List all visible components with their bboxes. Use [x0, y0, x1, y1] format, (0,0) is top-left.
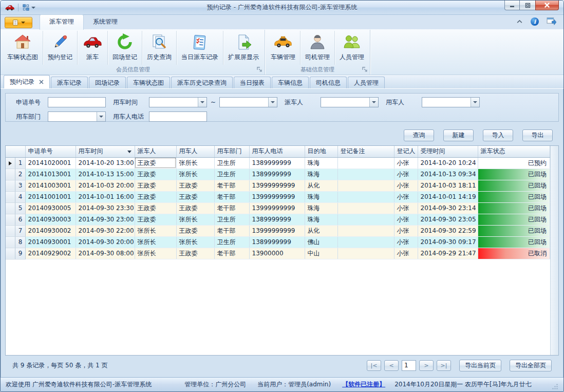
info-icon[interactable]: i: [531, 17, 539, 26]
quick-access-grid-icon[interactable]: [22, 4, 35, 11]
cell-order[interactable]: 20140930001: [25, 236, 76, 248]
cell-dispatcher[interactable]: 王政委: [135, 191, 176, 202]
cell-user[interactable]: 王政委: [176, 180, 214, 191]
cell-dept[interactable]: 老干部: [214, 225, 249, 236]
ribbon-button-red-car[interactable]: 派车: [78, 31, 108, 65]
row-indicator-cell[interactable]: [6, 214, 15, 225]
cell-order[interactable]: 20141013001: [25, 169, 76, 180]
doc-tab[interactable]: 车辆状态图: [127, 77, 170, 88]
dialog-launcher-icon[interactable]: [257, 67, 262, 72]
cell-accept_time[interactable]: 2014-10-13 09:34: [418, 169, 478, 180]
cell-use_time[interactable]: 2014-10-20 13:00: [76, 157, 135, 169]
cell-dispatcher[interactable]: 王政委: [135, 157, 176, 169]
row-indicator-cell[interactable]: [6, 225, 15, 236]
cell-phone[interactable]: 1389999999: [249, 236, 305, 248]
cell-status[interactable]: 已回场: [478, 180, 550, 191]
doc-tab[interactable]: 司机信息: [310, 77, 347, 88]
column-header-registrar[interactable]: 登记人: [394, 146, 418, 157]
ribbon-button-green-refresh[interactable]: 回场登记: [108, 31, 142, 65]
cell-use_time[interactable]: 2014-09-30 20:00: [76, 236, 135, 248]
column-header-dest[interactable]: 目的地: [305, 146, 337, 157]
row-indicator-cell[interactable]: [6, 191, 15, 202]
table-row[interactable]: 6201409300032014-09-30 23:00王政委张所长卫生所138…: [6, 214, 550, 225]
import-button[interactable]: 导入: [483, 129, 513, 141]
cell-dest[interactable]: 珠海: [305, 202, 337, 214]
cell-status[interactable]: 已回场: [478, 225, 550, 236]
dropdown-button[interactable]: [268, 98, 277, 107]
cell-remark[interactable]: [337, 157, 394, 169]
column-header-remark[interactable]: 登记备注: [337, 146, 394, 157]
cell-dispatcher[interactable]: 王政委: [135, 202, 176, 214]
collapse-ribbon-icon[interactable]: [516, 18, 523, 25]
app-menu-button[interactable]: [5, 17, 32, 28]
ribbon-tab[interactable]: 系统管理: [84, 15, 127, 29]
cell-phone[interactable]: 1389999999: [249, 157, 305, 169]
cell-dest[interactable]: 从化: [305, 225, 337, 236]
cell-remark[interactable]: [337, 225, 394, 236]
cell-dept[interactable]: 老干部: [214, 180, 249, 191]
row-number-cell[interactable]: 4: [15, 191, 25, 202]
cell-dispatcher[interactable]: 张所长: [135, 248, 176, 259]
cell-order[interactable]: 20140930003: [25, 214, 76, 225]
minimize-button[interactable]: [504, 1, 520, 10]
ribbon-button-clipboard-check[interactable]: 当日派车记录: [177, 31, 223, 65]
filter-combo[interactable]: [48, 111, 106, 122]
close-button[interactable]: [535, 1, 559, 10]
table-row[interactable]: 9201409290022014-09-30 08:00张所长王政委老干部139…: [6, 248, 550, 259]
cell-dept[interactable]: 卫生所: [214, 214, 249, 225]
cell-phone[interactable]: 1389999999: [249, 169, 305, 180]
row-indicator-cell[interactable]: [6, 248, 15, 259]
cell-remark[interactable]: [337, 248, 394, 259]
cell-dest[interactable]: 珠海: [305, 157, 337, 169]
last-page-button[interactable]: >|: [437, 360, 451, 371]
cell-phone[interactable]: 13999999999: [249, 180, 305, 191]
cell-use_time[interactable]: 2014-10-13 15:00: [76, 169, 135, 180]
column-header-status[interactable]: 派车状态: [478, 146, 550, 157]
table-row[interactable]: 8201409300012014-09-30 20:00张所长张所长卫生所138…: [6, 236, 550, 248]
ribbon-button-people[interactable]: 人员管理: [335, 31, 369, 65]
filter-combo[interactable]: [149, 97, 207, 107]
cell-registrar[interactable]: 小张: [394, 169, 418, 180]
cell-registrar[interactable]: 小张: [394, 157, 418, 169]
table-row[interactable]: 4201410010012014-10-01 16:00王政委王政委老干部139…: [6, 191, 550, 202]
row-number-cell[interactable]: 1: [15, 157, 25, 169]
cell-dispatcher[interactable]: 王政委: [135, 180, 176, 191]
cell-user[interactable]: 王政委: [176, 225, 214, 236]
row-number-cell[interactable]: 7: [15, 225, 25, 236]
row-indicator-cell[interactable]: [6, 180, 15, 191]
cell-remark[interactable]: [337, 180, 394, 191]
resize-grip-icon[interactable]: [552, 383, 558, 391]
cell-use_time[interactable]: 2014-10-01 16:00: [76, 191, 135, 202]
cell-order[interactable]: 20140929002: [25, 248, 76, 259]
row-indicator-cell[interactable]: [6, 157, 15, 169]
registered-link[interactable]: 【软件已注册】: [342, 380, 385, 389]
cell-phone[interactable]: 1389999999: [249, 214, 305, 225]
new-button[interactable]: 新建: [443, 129, 474, 141]
cell-status[interactable]: 已取消: [478, 248, 550, 259]
cell-use_time[interactable]: 2014-10-03 20:00: [76, 180, 135, 191]
cell-phone[interactable]: 13999999999: [249, 225, 305, 236]
cell-accept_time[interactable]: 2014-09-30 09:17: [418, 236, 478, 248]
cell-user[interactable]: 王政委: [176, 202, 214, 214]
cell-dest[interactable]: 从化: [305, 180, 337, 191]
cell-dest[interactable]: 珠海: [305, 169, 337, 180]
cell-status[interactable]: 已回场: [478, 169, 550, 180]
cell-dept[interactable]: 卫生所: [214, 236, 249, 248]
cell-registrar[interactable]: 小张: [394, 248, 418, 259]
column-header-user[interactable]: 用车人: [176, 146, 214, 157]
doc-tab[interactable]: 回场记录: [89, 77, 126, 88]
dialog-launcher-icon[interactable]: [362, 67, 368, 72]
cell-dispatcher[interactable]: 王政委: [135, 169, 176, 180]
filter-combo[interactable]: [219, 97, 277, 107]
cell-remark[interactable]: [337, 169, 394, 180]
cell-dispatcher[interactable]: 张所长: [135, 236, 176, 248]
doc-tab[interactable]: 当日报表: [234, 77, 271, 88]
row-number-cell[interactable]: 8: [15, 236, 25, 248]
column-header-dispatcher[interactable]: 派车人: [135, 146, 176, 157]
doc-tab[interactable]: 车辆信息: [272, 77, 309, 88]
dropdown-button[interactable]: [369, 98, 378, 107]
cell-status[interactable]: 已回场: [478, 236, 550, 248]
prev-page-button[interactable]: <: [384, 360, 399, 371]
cell-dispatcher[interactable]: 王政委: [135, 214, 176, 225]
cell-remark[interactable]: [337, 214, 394, 225]
